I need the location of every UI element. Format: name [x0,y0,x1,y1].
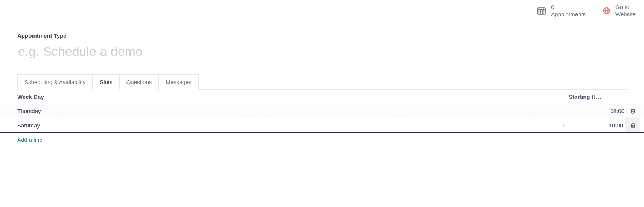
go-to-website-button[interactable]: Go to Website [594,0,644,21]
weekday-dropdown-toggle[interactable] [562,123,566,127]
weekday-value: Saturday [17,122,40,129]
appointments-count: 0 [551,3,586,11]
table-header: Week Day Starting H… [0,90,644,104]
delete-row-button[interactable] [625,104,640,118]
tab-messages[interactable]: Messages [158,74,198,90]
calendar-icon [537,6,547,15]
trash-icon [630,123,636,128]
appointments-label: Appointments [551,11,586,18]
weekday-value: Thursday [17,108,41,114]
tab-scheduling[interactable]: Scheduling & Availability [17,74,93,90]
add-line-button[interactable]: Add a line [0,133,644,147]
hour-value: 08:00 [610,108,624,114]
svg-rect-0 [538,8,546,14]
tab-slots[interactable]: Slots [93,74,119,90]
appointments-button[interactable]: 0 Appointments [528,0,594,21]
col-starting-hour: Starting H… [569,94,625,100]
website-line2: Website [615,11,636,18]
tab-questions[interactable]: Questions [119,74,159,90]
tabs: Scheduling & Availability Slots Question… [17,74,627,90]
appointment-type-label: Appointment Type [17,32,627,39]
trash-icon [630,108,636,114]
topbar: 0 Appointments Go to Website [0,0,644,21]
globe-icon [603,6,611,15]
website-line1: Go to [615,3,636,11]
chevron-down-icon [562,123,566,127]
delete-row-button[interactable] [625,118,640,132]
table-row[interactable]: Thursday 08:00 [0,104,644,118]
col-weekday: Week Day [17,94,569,100]
table-row[interactable]: Saturday [0,118,644,133]
hour-input[interactable] [569,120,624,131]
slots-table: Week Day Starting H… Thursday 08:00 [0,90,644,147]
appointment-name-input[interactable] [17,42,349,63]
form-content: Appointment Type Scheduling & Availabili… [0,21,644,147]
